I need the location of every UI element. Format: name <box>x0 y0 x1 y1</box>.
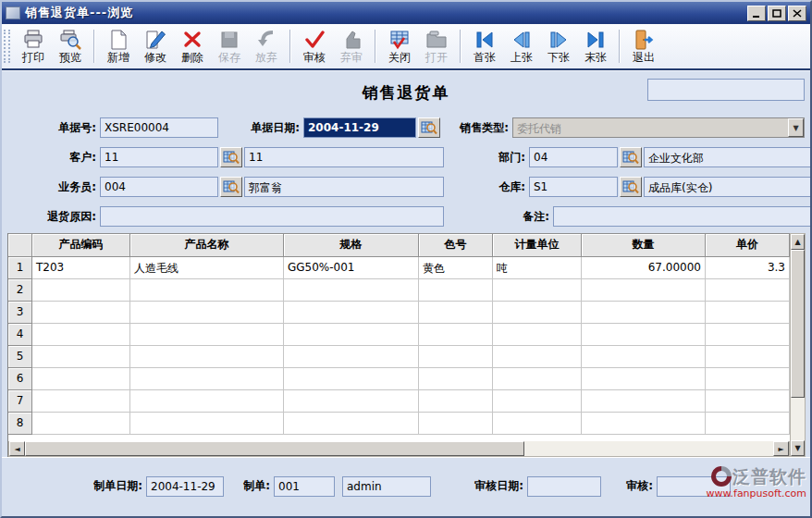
grid-cell[interactable] <box>419 413 493 435</box>
table-row[interactable]: 3 <box>8 302 790 324</box>
table-row[interactable]: 5 <box>8 346 790 368</box>
grid-cell[interactable] <box>284 346 419 368</box>
minimize-button[interactable] <box>747 6 766 21</box>
grid-cell[interactable] <box>706 279 790 302</box>
grid-cell[interactable] <box>582 368 706 390</box>
doc-date-lookup-button[interactable] <box>418 117 440 138</box>
grid-cell[interactable] <box>32 279 130 302</box>
grid-cell[interactable]: 67.00000 <box>582 257 706 279</box>
prev-record-button[interactable]: 上张 <box>503 26 540 67</box>
grid-cell[interactable] <box>493 346 582 368</box>
grid-cell[interactable] <box>130 302 284 324</box>
grid-cell[interactable] <box>130 324 284 346</box>
preview-button[interactable]: 预览 <box>52 26 89 67</box>
grid-cell[interactable] <box>582 324 706 346</box>
approve-button[interactable]: 审核 <box>296 26 333 67</box>
grid-cell[interactable] <box>419 279 493 302</box>
table-row[interactable]: 1T203人造毛线GG50%-001黄色吨67.000003.3 <box>8 257 790 279</box>
grid-cell[interactable] <box>130 413 284 435</box>
grid-cell[interactable] <box>419 302 493 324</box>
next-record-button[interactable]: 下张 <box>540 26 577 67</box>
grid-cell[interactable] <box>130 346 284 368</box>
grid-cell[interactable]: 人造毛线 <box>130 257 284 279</box>
modify-button[interactable]: 修改 <box>137 26 174 67</box>
grid-cell[interactable] <box>493 413 582 435</box>
grid-cell[interactable] <box>582 413 706 435</box>
grid-cell[interactable] <box>32 302 130 324</box>
grid-cell[interactable] <box>284 390 419 413</box>
warehouse-lookup-button[interactable] <box>620 177 642 197</box>
return-reason-input[interactable] <box>100 206 444 227</box>
customer-lookup-button[interactable] <box>220 147 242 167</box>
grid-header-color[interactable]: 色号 <box>419 233 493 257</box>
grid-cell[interactable] <box>419 368 493 390</box>
grid-cell[interactable] <box>130 390 284 413</box>
first-record-button[interactable]: 首张 <box>466 26 503 67</box>
grid-cell[interactable] <box>706 324 790 346</box>
customer-name-field[interactable]: 11 <box>244 147 444 167</box>
table-row[interactable]: 6 <box>8 368 790 390</box>
grid-cell[interactable]: 3.3 <box>706 257 790 279</box>
grid-cell[interactable] <box>32 346 130 368</box>
grid-cell[interactable] <box>493 390 582 413</box>
grid-header-spec[interactable]: 规格 <box>284 233 419 257</box>
doc-no-input[interactable]: XSRE00004 <box>100 117 218 138</box>
grid-cell[interactable] <box>706 302 790 324</box>
grid-header-quantity[interactable]: 数量 <box>582 233 706 257</box>
close-sheet-button[interactable]: 关闭 <box>381 26 418 67</box>
table-row[interactable]: 4 <box>8 324 790 346</box>
warehouse-name-field[interactable]: 成品库(实仓) <box>644 177 812 197</box>
grid-cell[interactable]: 黄色 <box>419 257 493 279</box>
grid-cell[interactable] <box>284 302 419 324</box>
top-right-field[interactable] <box>647 79 805 101</box>
grid-cell[interactable] <box>493 279 582 302</box>
vertical-scrollbar[interactable]: ▲ ▼ <box>790 233 806 457</box>
grid-cell[interactable]: GG50%-001 <box>284 257 419 279</box>
department-code-input[interactable]: 04 <box>529 147 618 167</box>
grid-cell[interactable] <box>32 390 130 413</box>
scroll-right-icon[interactable]: ► <box>773 441 789 456</box>
scroll-down-icon[interactable]: ▼ <box>791 440 805 456</box>
grid-cell[interactable] <box>284 368 419 390</box>
scroll-left-icon[interactable]: ◄ <box>9 441 25 456</box>
table-row[interactable]: 8 <box>8 413 790 435</box>
grid-cell[interactable] <box>706 368 790 390</box>
scroll-up-icon[interactable]: ▲ <box>791 234 805 250</box>
last-record-button[interactable]: 末张 <box>577 26 614 67</box>
horizontal-scroll-thumb[interactable] <box>25 441 524 456</box>
grid-cell[interactable] <box>284 324 419 346</box>
grid-cell[interactable] <box>284 279 419 302</box>
grid-cell[interactable] <box>493 302 582 324</box>
grid-header-product-name[interactable]: 产品名称 <box>130 233 284 257</box>
grid-cell[interactable] <box>706 390 790 413</box>
grid-cell[interactable] <box>706 346 790 368</box>
customer-code-input[interactable]: 11 <box>100 147 218 167</box>
grid-cell[interactable] <box>284 413 419 435</box>
table-row[interactable]: 7 <box>8 390 790 413</box>
doc-date-input[interactable]: 2004-11-29 <box>303 117 416 138</box>
department-name-field[interactable]: 企业文化部 <box>644 147 812 167</box>
grid-cell[interactable] <box>419 390 493 413</box>
grid-cell[interactable] <box>582 346 706 368</box>
grid-cell[interactable] <box>493 368 582 390</box>
vertical-scroll-thumb[interactable] <box>791 250 805 398</box>
maximize-button[interactable] <box>768 6 786 21</box>
warehouse-code-input[interactable]: S1 <box>529 177 618 197</box>
grid-cell[interactable]: T203 <box>32 257 130 279</box>
remark-input[interactable] <box>553 206 812 227</box>
salesman-name-field[interactable]: 郭富翁 <box>244 177 444 197</box>
grid-cell[interactable] <box>32 413 130 435</box>
add-button[interactable]: 新增 <box>100 26 137 67</box>
grid-cell[interactable] <box>419 346 493 368</box>
grid-cell[interactable] <box>32 324 130 346</box>
grid-cell[interactable] <box>582 390 706 413</box>
grid-cell[interactable]: 吨 <box>493 257 582 279</box>
grid-cell[interactable] <box>706 413 790 435</box>
grid-cell[interactable] <box>130 368 284 390</box>
grid-cell[interactable] <box>582 302 706 324</box>
grid-cell[interactable] <box>419 324 493 346</box>
delete-button[interactable]: 删除 <box>174 26 211 67</box>
table-row[interactable]: 2 <box>8 279 790 302</box>
grid-header-price[interactable]: 单价 <box>706 233 790 257</box>
grid-cell[interactable] <box>582 279 706 302</box>
